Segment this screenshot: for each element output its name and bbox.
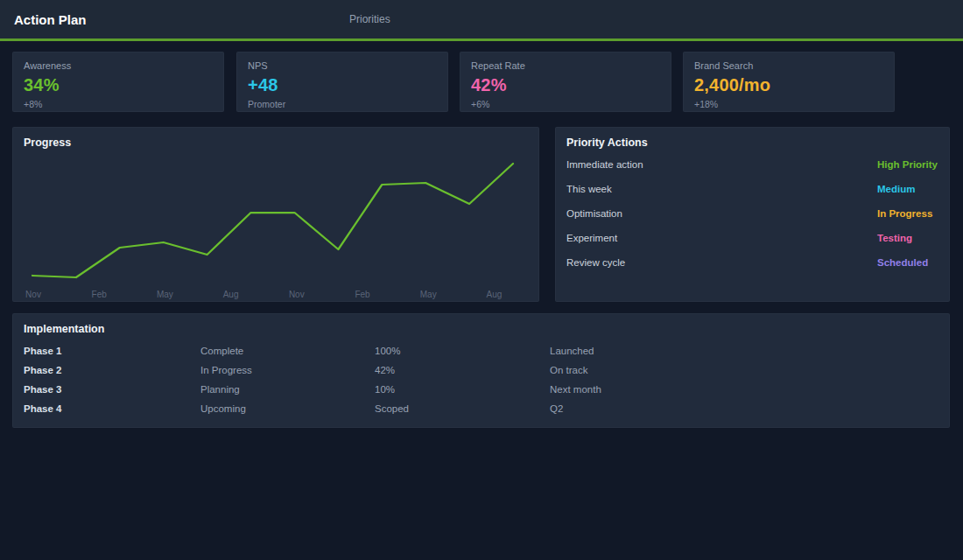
priority-label: Review cycle	[566, 257, 877, 268]
phase-progress: Scoped	[375, 403, 550, 414]
kpi-label: Repeat Rate	[471, 60, 660, 71]
priority-actions-title: Priority Actions	[566, 136, 938, 149]
list-item: Optimisation In Progress	[566, 201, 938, 226]
x-axis-label: Aug	[487, 290, 503, 299]
page-title: Action Plan	[14, 12, 87, 27]
phase-name: Phase 3	[24, 384, 200, 395]
list-item: Review cycle Scheduled	[566, 250, 938, 275]
status-badge: Medium	[877, 184, 938, 194]
progress-line	[32, 164, 513, 277]
progress-chart-area: NovFebMayAugNovFebMayAug	[24, 150, 528, 308]
phase-note: On track	[550, 365, 938, 375]
kpi-label: NPS	[248, 60, 437, 71]
phase-note: Q2	[550, 403, 938, 414]
phase-name: Phase 2	[24, 365, 200, 375]
table-row: Phase 2 In Progress 42% On track	[24, 360, 938, 380]
status-badge: Scheduled	[877, 257, 938, 268]
progress-chart: NovFebMayAugNovFebMayAug	[24, 150, 530, 304]
x-axis-label: Nov	[25, 290, 41, 299]
kpi-card-awareness: Awareness 34% +8%	[12, 52, 224, 112]
status-badge: Testing	[877, 233, 938, 243]
x-axis-label: May	[420, 290, 437, 299]
list-item: Experiment Testing	[566, 226, 938, 250]
x-axis-label: Nov	[289, 290, 305, 299]
x-axis-label: Aug	[223, 290, 239, 299]
phase-name: Phase 1	[24, 346, 200, 356]
priority-label: Optimisation	[566, 208, 877, 219]
kpi-value: 2,400/mo	[694, 75, 883, 95]
kpi-card-repeat-rate: Repeat Rate 42% +6%	[460, 52, 671, 112]
implementation-panel: Implementation Phase 1 Complete 100% Lau…	[12, 313, 950, 428]
phase-note: Next month	[550, 384, 938, 395]
x-axis-label: May	[157, 290, 173, 299]
table-row: Phase 4 Upcoming Scoped Q2	[24, 399, 938, 418]
implementation-table: Phase 1 Complete 100% Launched Phase 2 I…	[24, 341, 938, 418]
kpi-label: Brand Search	[694, 60, 883, 71]
list-item: Immediate action High Priority	[566, 152, 938, 177]
kpi-sub: +8%	[24, 99, 213, 109]
table-row: Phase 1 Complete 100% Launched	[24, 341, 938, 360]
priority-label: This week	[566, 184, 877, 194]
app-header: Action Plan Priorities	[0, 0, 963, 41]
kpi-value: 34%	[24, 75, 213, 95]
phase-note: Launched	[550, 346, 938, 356]
list-item: This week Medium	[566, 177, 938, 201]
kpi-sub: +18%	[694, 99, 883, 109]
kpi-label: Awareness	[24, 60, 213, 71]
status-badge: In Progress	[877, 208, 938, 219]
priority-label: Experiment	[566, 233, 877, 243]
priority-actions-list: Immediate action High Priority This week…	[566, 152, 938, 275]
kpi-sub: Promoter	[248, 99, 437, 109]
table-row: Phase 3 Planning 10% Next month	[24, 380, 938, 399]
progress-panel: Progress NovFebMayAugNovFebMayAug	[12, 127, 539, 302]
phase-status: Planning	[200, 384, 375, 395]
kpi-value: 42%	[471, 75, 660, 95]
priority-label: Immediate action	[566, 159, 877, 170]
kpi-card-nps: NPS +48 Promoter	[236, 52, 448, 112]
phase-progress: 100%	[375, 346, 550, 356]
implementation-title: Implementation	[24, 323, 938, 335]
kpi-sub: +6%	[471, 99, 660, 109]
phase-name: Phase 4	[24, 403, 200, 414]
status-badge: High Priority	[877, 159, 938, 170]
phase-status: Upcoming	[200, 403, 375, 414]
kpi-value: +48	[248, 75, 437, 95]
progress-title: Progress	[24, 136, 528, 149]
x-axis-label: Feb	[92, 290, 108, 299]
nav-item-priorities[interactable]: Priorities	[349, 0, 390, 38]
kpi-card-brand-search: Brand Search 2,400/mo +18%	[683, 52, 895, 112]
phase-status: In Progress	[200, 365, 375, 375]
phase-progress: 42%	[375, 365, 550, 375]
priority-actions-panel: Priority Actions Immediate action High P…	[555, 127, 950, 302]
phase-progress: 10%	[375, 384, 550, 395]
x-axis-label: Feb	[355, 290, 370, 299]
phase-status: Complete	[200, 346, 375, 356]
